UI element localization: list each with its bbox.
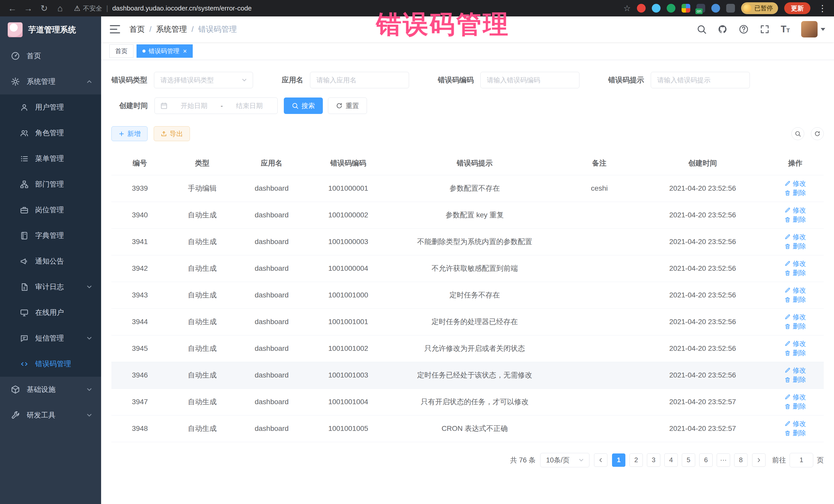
- edit-link[interactable]: 修改: [785, 286, 806, 295]
- sidebar-item-3[interactable]: 角色管理: [0, 120, 101, 146]
- app-name-input[interactable]: [310, 72, 409, 88]
- table-row: 3940 自动生成 dashboard 1001000002 参数配置 key …: [111, 202, 824, 228]
- toggle-search-button[interactable]: [791, 127, 804, 140]
- delete-link[interactable]: 删除: [785, 429, 806, 438]
- page-button[interactable]: 6: [699, 454, 712, 467]
- github-icon[interactable]: [718, 24, 727, 34]
- address-bar[interactable]: ⚠ 不安全 | dashboard.yudao.iocoder.cn/syste…: [74, 4, 252, 13]
- page-button[interactable]: 4: [664, 454, 678, 467]
- cell-code: 1001000004: [307, 255, 389, 282]
- page-button[interactable]: 5: [682, 454, 695, 467]
- breadcrumb-home[interactable]: 首页: [129, 24, 145, 35]
- prev-page-button[interactable]: [594, 454, 608, 467]
- delete-link[interactable]: 删除: [785, 215, 806, 224]
- delete-link[interactable]: 删除: [785, 322, 806, 331]
- user-menu[interactable]: [801, 21, 825, 38]
- box-icon: [11, 385, 20, 394]
- page-size-select[interactable]: 10条/页: [540, 453, 589, 467]
- cell-app: dashboard: [236, 362, 307, 389]
- bookmark-star-icon[interactable]: ☆: [623, 3, 631, 13]
- filter-code-label: 错误码编码: [438, 75, 474, 85]
- sidebar-item-12[interactable]: 错误码管理: [0, 351, 101, 377]
- edit-link[interactable]: 修改: [785, 419, 806, 428]
- next-page-button[interactable]: [752, 454, 766, 467]
- delete-link[interactable]: 删除: [785, 402, 806, 411]
- add-button[interactable]: 新增: [111, 126, 148, 141]
- edit-link[interactable]: 修改: [785, 206, 806, 215]
- tab-error-code[interactable]: 错误码管理 ×: [136, 44, 193, 58]
- delete-link[interactable]: 删除: [785, 242, 806, 251]
- sidebar-item-5[interactable]: 部门管理: [0, 171, 101, 197]
- font-size-icon[interactable]: T T: [781, 24, 790, 35]
- extension-icon-dark[interactable]: on: [697, 4, 705, 13]
- error-type-select[interactable]: 请选择错误码类型: [154, 72, 253, 88]
- sidebar-item-10[interactable]: 在线用户: [0, 300, 101, 325]
- breadcrumb-system[interactable]: 系统管理: [156, 24, 187, 35]
- date-range-picker[interactable]: 开始日期 - 结束日期: [154, 97, 278, 114]
- home-icon[interactable]: ⌂: [53, 2, 67, 15]
- reload-icon[interactable]: ↻: [38, 2, 51, 15]
- search-button[interactable]: 搜索: [284, 97, 323, 114]
- cell-code: 1001000002: [307, 202, 389, 228]
- extension-icon-pin[interactable]: [726, 4, 735, 13]
- fullscreen-icon[interactable]: [760, 24, 770, 34]
- extension-icon-red[interactable]: [637, 4, 646, 13]
- sidebar-item-0[interactable]: 首页: [0, 43, 101, 69]
- sidebar-item-13[interactable]: 基础设施: [0, 377, 101, 402]
- extension-icon-teal[interactable]: [652, 4, 660, 13]
- error-code-input[interactable]: [480, 72, 579, 88]
- sidebar-item-2[interactable]: 用户管理: [0, 94, 101, 120]
- back-icon[interactable]: ←: [6, 2, 19, 15]
- browser-menu-icon[interactable]: ⋮: [816, 3, 828, 13]
- extension-icon-green[interactable]: [667, 4, 675, 13]
- cell-app: dashboard: [236, 389, 307, 415]
- delete-link[interactable]: 删除: [785, 268, 806, 278]
- extension-icon-grid[interactable]: [682, 4, 690, 13]
- profile-paused-badge[interactable]: 已暂停: [741, 2, 778, 14]
- sidebar-item-4[interactable]: 菜单管理: [0, 146, 101, 171]
- reset-button[interactable]: 重置: [328, 97, 367, 114]
- forward-icon[interactable]: →: [22, 2, 35, 15]
- page-button[interactable]: 2: [630, 454, 643, 467]
- sidebar-item-14[interactable]: 研发工具: [0, 402, 101, 428]
- edit-link[interactable]: 修改: [785, 259, 806, 268]
- search-icon[interactable]: [697, 24, 706, 34]
- filter-app-label: 应用名: [282, 75, 303, 85]
- sidebar-item-1[interactable]: 系统管理: [0, 69, 101, 94]
- page-button-active[interactable]: 1: [612, 454, 626, 467]
- extension-icon-blue[interactable]: [711, 4, 720, 13]
- tab-home[interactable]: 首页: [109, 44, 133, 58]
- browser-update-button[interactable]: 更新: [784, 2, 810, 14]
- cell-actions: 修改 删除: [767, 175, 824, 202]
- edit-link[interactable]: 修改: [785, 339, 806, 348]
- sidebar-item-9[interactable]: 审计日志: [0, 274, 101, 300]
- hamburger-icon[interactable]: [110, 25, 120, 34]
- edit-link[interactable]: 修改: [785, 233, 806, 241]
- delete-link[interactable]: 删除: [785, 295, 806, 304]
- error-msg-input[interactable]: [651, 72, 750, 88]
- page-button[interactable]: 3: [647, 454, 660, 467]
- sidebar-item-11[interactable]: 短信管理: [0, 325, 101, 351]
- sidebar-item-7[interactable]: 字典管理: [0, 223, 101, 248]
- edit-link[interactable]: 修改: [785, 393, 806, 401]
- table-header-cell: 错误码提示: [389, 151, 560, 175]
- question-icon[interactable]: [739, 24, 749, 34]
- edit-link[interactable]: 修改: [785, 179, 806, 188]
- refresh-table-button[interactable]: [811, 127, 824, 140]
- page-button[interactable]: 8: [734, 454, 748, 467]
- cell-type: 自动生成: [168, 389, 236, 415]
- edit-link[interactable]: 修改: [785, 312, 806, 322]
- edit-link[interactable]: 修改: [785, 366, 806, 375]
- delete-link[interactable]: 删除: [785, 188, 806, 197]
- sidebar-item-8[interactable]: 通知公告: [0, 248, 101, 274]
- export-button[interactable]: 导出: [154, 126, 190, 141]
- table-body: 3939 手动编辑 dashboard 1001000001 参数配置不存在 c…: [111, 175, 824, 442]
- page-button[interactable]: ···: [717, 454, 730, 467]
- cell-actions: 修改 删除: [767, 308, 824, 335]
- cell-remark: [560, 362, 638, 389]
- sidebar-item-6[interactable]: 岗位管理: [0, 197, 101, 223]
- delete-link[interactable]: 删除: [785, 375, 806, 384]
- delete-link[interactable]: 删除: [785, 349, 806, 357]
- goto-page-input[interactable]: [790, 453, 813, 467]
- close-icon[interactable]: ×: [183, 48, 187, 54]
